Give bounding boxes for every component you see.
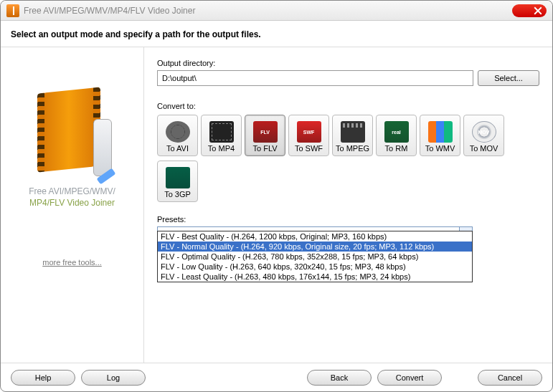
ic-3gp-icon	[166, 167, 190, 188]
preset-option[interactable]: FLV - Normal Quality - (H.264, 920 kbps,…	[158, 242, 472, 252]
format-to-3gp[interactable]: To 3GP	[157, 161, 198, 202]
window-title: Free AVI/MPEG/WMV/MP4/FLV Video Joiner	[24, 6, 512, 16]
format-to-mpeg[interactable]: To MPEG	[332, 115, 373, 156]
format-label: To AVI	[166, 144, 189, 153]
preset-option[interactable]: FLV - Best Quality - (H.264, 1200 kbps, …	[158, 231, 472, 242]
preset-option[interactable]: FLV - Least Quality - (H.263, 480 kbps, …	[158, 272, 472, 282]
titlebar: Free AVI/MPEG/WMV/MP4/FLV Video Joiner	[1, 1, 552, 21]
format-label: To SWF	[295, 144, 323, 153]
format-row-1: To AVITo MP4FLVTo FLVSWFTo SWFTo MPEGrea…	[157, 115, 539, 156]
footer: Help Log Back Convert Cancel	[1, 363, 552, 391]
help-button[interactable]: Help	[11, 370, 75, 386]
ic-mpeg-icon	[341, 121, 365, 143]
ic-rm-icon: real	[384, 121, 409, 143]
log-button[interactable]: Log	[81, 370, 146, 386]
format-to-mov[interactable]: MOVTo MOV	[463, 115, 504, 156]
format-label: To 3GP	[164, 190, 191, 199]
presets-dropdown[interactable]: FLV - Best Quality - (H.264, 1200 kbps, …	[157, 231, 473, 282]
format-to-avi[interactable]: To AVI	[157, 115, 198, 156]
preset-option[interactable]: FLV - Low Quality - (H.263, 640 kbps, 32…	[158, 262, 472, 272]
format-label: To MP4	[208, 144, 235, 153]
main-area: Free AVI/MPEG/WMV/ MP4/FLV Video Joiner …	[1, 47, 552, 363]
ic-avi-icon	[166, 121, 190, 143]
sidebar: Free AVI/MPEG/WMV/ MP4/FLV Video Joiner …	[1, 47, 144, 363]
logo-line1: Free AVI/MPEG/WMV/	[29, 186, 115, 196]
convert-to-label: Convert to:	[157, 102, 539, 110]
preset-option[interactable]: FLV - Optimal Quality - (H.263, 780 kbps…	[158, 252, 472, 262]
format-to-rm[interactable]: realTo RM	[376, 115, 417, 156]
format-label: To FLV	[252, 144, 277, 153]
ic-mp4-icon	[209, 121, 234, 143]
format-row-2: To 3GP	[157, 161, 539, 202]
close-button[interactable]	[512, 4, 547, 17]
logo-line2: MP4/FLV Video Joiner	[29, 198, 115, 208]
format-to-swf[interactable]: SWFTo SWF	[288, 115, 329, 156]
format-to-mp4[interactable]: To MP4	[201, 115, 242, 156]
logo-image	[33, 90, 112, 176]
more-tools-link[interactable]: more free tools...	[42, 258, 102, 267]
output-dir-label: Output directory:	[157, 59, 539, 67]
format-label: To WMV	[425, 144, 455, 153]
ic-flv-icon: FLV	[253, 121, 278, 143]
format-label: To MOV	[470, 144, 498, 153]
app-icon	[6, 4, 19, 17]
instruction-text: Select an output mode and specify a path…	[1, 21, 552, 47]
content-panel: Output directory: Select... Convert to: …	[144, 47, 552, 363]
close-icon	[534, 6, 542, 15]
format-label: To MPEG	[336, 144, 369, 153]
ic-wmv-icon	[428, 121, 453, 143]
convert-button[interactable]: Convert	[377, 370, 442, 386]
cancel-button[interactable]: Cancel	[478, 370, 542, 386]
format-to-wmv[interactable]: To WMV	[420, 115, 460, 156]
select-dir-button[interactable]: Select...	[478, 70, 539, 86]
format-to-flv[interactable]: FLVTo FLV	[245, 115, 285, 156]
presets-label: Presets:	[157, 215, 539, 224]
format-label: To RM	[385, 144, 408, 153]
app-window: Free AVI/MPEG/WMV/MP4/FLV Video Joiner S…	[0, 0, 553, 392]
back-button[interactable]: Back	[307, 370, 372, 386]
output-dir-input[interactable]	[157, 70, 473, 86]
ic-swf-icon: SWF	[297, 121, 321, 143]
ic-mov-icon: MOV	[472, 121, 496, 143]
